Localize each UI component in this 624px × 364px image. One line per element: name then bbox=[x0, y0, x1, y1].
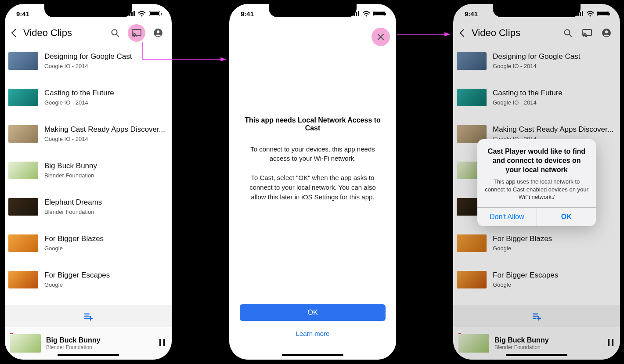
list-item[interactable]: Casting to the FutureGoogle IO - 2014 bbox=[5, 79, 172, 115]
video-title: Making Cast Ready Apps Discover... bbox=[493, 125, 617, 134]
search-button[interactable] bbox=[108, 26, 122, 40]
ok-button[interactable]: OK bbox=[240, 304, 386, 321]
video-title: For Bigger Escapes bbox=[493, 271, 617, 280]
search-button[interactable] bbox=[561, 26, 574, 40]
thumbnail bbox=[457, 271, 487, 288]
video-title: For Bigger Blazes bbox=[44, 234, 168, 243]
now-playing-title: Big Buck Bunny bbox=[46, 336, 158, 344]
user-icon bbox=[153, 28, 163, 38]
list-item[interactable]: For Bigger BlazesGoogle bbox=[5, 225, 172, 261]
thumbnail bbox=[8, 162, 38, 179]
alert-ok-button[interactable]: OK bbox=[537, 208, 596, 226]
video-subtitle: Blender Foundation bbox=[44, 172, 168, 179]
device-notch bbox=[493, 4, 581, 17]
alert-title: Cast Player would like to find and conne… bbox=[484, 147, 589, 174]
video-subtitle: Blender Foundation bbox=[44, 209, 168, 215]
interstitial-heading: This app needs Local Network Access to C… bbox=[244, 116, 381, 132]
page-title: Video Clips bbox=[472, 27, 559, 39]
thumbnail bbox=[457, 234, 487, 252]
back-button[interactable] bbox=[456, 26, 469, 40]
search-icon bbox=[563, 28, 573, 38]
thumbnail bbox=[8, 52, 38, 70]
back-button[interactable] bbox=[7, 26, 21, 40]
device-notch bbox=[44, 4, 132, 17]
video-title: For Bigger Blazes bbox=[493, 234, 617, 243]
video-title: Designing for Google Cast bbox=[493, 52, 617, 61]
video-list[interactable]: Designing for Google CastGoogle IO - 201… bbox=[5, 43, 172, 298]
add-to-queue-bar[interactable] bbox=[453, 305, 620, 327]
status-time: 9:41 bbox=[241, 10, 254, 18]
device-notch bbox=[269, 4, 357, 17]
pause-icon bbox=[158, 338, 166, 347]
home-indicator bbox=[58, 354, 119, 356]
account-button[interactable] bbox=[151, 26, 165, 40]
list-item[interactable]: Designing for Google CastGoogle IO - 201… bbox=[453, 43, 620, 79]
nav-bar: Video Clips bbox=[453, 23, 620, 43]
pause-button[interactable] bbox=[606, 338, 615, 349]
page-title: Video Clips bbox=[23, 27, 107, 39]
list-item[interactable]: For Bigger EscapesGoogle bbox=[453, 261, 620, 298]
phone-screen-3: 9:41 Video Clips Designing for Google Ca… bbox=[451, 2, 622, 362]
now-playing-title: Big Buck Bunny bbox=[494, 336, 606, 344]
video-title: Big Buck Bunny bbox=[44, 162, 168, 170]
interstitial-paragraph-1: To connect to your devices, this app nee… bbox=[244, 144, 381, 164]
alert-message: This app uses the local network to conne… bbox=[484, 178, 589, 201]
home-indicator bbox=[282, 354, 343, 356]
cast-button-highlighted[interactable] bbox=[128, 24, 145, 42]
cast-button[interactable] bbox=[581, 26, 594, 40]
thumbnail bbox=[8, 125, 38, 143]
playlist-add-icon bbox=[532, 311, 541, 321]
close-button-highlighted[interactable] bbox=[372, 28, 390, 46]
local-network-permission-alert: Cast Player would like to find and conne… bbox=[477, 139, 596, 226]
add-to-queue-bar[interactable] bbox=[5, 305, 172, 327]
phone-screen-2: 9:41 This app needs Local Network Access… bbox=[227, 2, 398, 362]
wifi-icon bbox=[586, 10, 595, 17]
video-title: Making Cast Ready Apps Discover... bbox=[44, 125, 168, 134]
thumbnail bbox=[457, 52, 487, 70]
now-playing-subtitle: Blender Foundation bbox=[494, 344, 606, 350]
account-button[interactable] bbox=[600, 26, 613, 40]
phone-screen-1: 9:41 Video Clips Designing for Google Ca… bbox=[3, 2, 174, 362]
thumbnail bbox=[8, 234, 38, 252]
video-subtitle: Google IO - 2014 bbox=[44, 99, 168, 106]
local-network-interstitial: This app needs Local Network Access to C… bbox=[229, 23, 396, 360]
nav-bar: Video Clips bbox=[5, 23, 172, 43]
now-playing-thumbnail bbox=[458, 334, 489, 353]
video-subtitle: Google bbox=[493, 281, 617, 288]
now-playing-thumbnail bbox=[10, 334, 41, 353]
wifi-icon bbox=[362, 10, 371, 17]
interstitial-paragraph-2: To Cast, select "OK" when the app asks t… bbox=[244, 173, 381, 202]
learn-more-link[interactable]: Learn more bbox=[296, 330, 330, 337]
list-item[interactable]: Casting to the FutureGoogle IO - 2014 bbox=[453, 79, 620, 115]
cast-icon bbox=[582, 28, 592, 38]
pause-button[interactable] bbox=[158, 338, 166, 349]
status-time: 9:41 bbox=[16, 10, 29, 18]
search-icon bbox=[110, 28, 120, 38]
thumbnail bbox=[457, 89, 487, 106]
list-item[interactable]: Designing for Google CastGoogle IO - 201… bbox=[5, 43, 172, 79]
now-playing-subtitle: Blender Foundation bbox=[46, 344, 158, 350]
video-title: For Bigger Escapes bbox=[44, 271, 168, 280]
video-subtitle: Google IO - 2014 bbox=[44, 136, 168, 142]
list-item[interactable]: For Bigger BlazesGoogle bbox=[453, 225, 620, 261]
cast-icon bbox=[131, 28, 142, 38]
battery-icon bbox=[149, 11, 160, 16]
user-icon bbox=[601, 28, 612, 38]
list-item[interactable]: Making Cast Ready Apps Discover...Google… bbox=[5, 115, 172, 152]
battery-icon bbox=[373, 11, 385, 16]
status-time: 9:41 bbox=[465, 10, 478, 18]
video-subtitle: Google IO - 2014 bbox=[493, 99, 617, 106]
list-item[interactable]: Elephant DreamsBlender Foundation bbox=[5, 188, 172, 225]
alert-dont-allow-button[interactable]: Don't Allow bbox=[477, 208, 537, 226]
video-subtitle: Google IO - 2014 bbox=[493, 63, 617, 69]
list-item[interactable]: Big Buck BunnyBlender Foundation bbox=[5, 152, 172, 188]
battery-icon bbox=[597, 11, 609, 16]
home-indicator bbox=[506, 354, 567, 356]
video-subtitle: Google bbox=[493, 245, 617, 252]
list-item[interactable]: For Bigger EscapesGoogle bbox=[5, 261, 172, 298]
close-icon bbox=[376, 32, 386, 42]
wifi-icon bbox=[137, 10, 146, 17]
pause-icon bbox=[606, 338, 615, 347]
video-title: Casting to the Future bbox=[493, 89, 617, 97]
video-subtitle: Google bbox=[44, 245, 168, 252]
